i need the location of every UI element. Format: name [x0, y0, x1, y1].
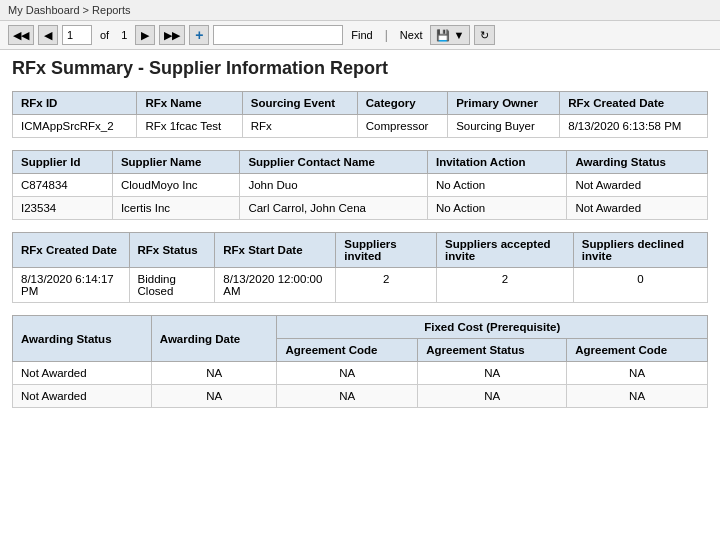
rfx-status-cell: Bidding Closed: [129, 268, 215, 303]
rfx-status-row: 8/13/2020 6:14:17 PM Bidding Closed 8/13…: [13, 268, 708, 303]
add-button[interactable]: +: [189, 25, 209, 45]
col-rfx-name: RFx Name: [137, 92, 242, 115]
awarding-row: Not Awarded NA NA NA NA: [13, 385, 708, 408]
rfx-created-date2-cell: 8/13/2020 6:14:17 PM: [13, 268, 130, 303]
page-of-label: of: [100, 29, 109, 41]
col-awarding-status2: Awarding Status: [13, 316, 152, 362]
col-rfx-start-date: RFx Start Date: [215, 233, 336, 268]
toolbar: ◀◀ ◀ of 1 ▶ ▶▶ + Find | Next 💾 ▼ ↻: [0, 21, 720, 50]
col-agreement-code1: Agreement Code: [277, 339, 418, 362]
export-button[interactable]: 💾 ▼: [430, 25, 470, 45]
primary-owner-cell: Sourcing Buyer: [448, 115, 560, 138]
awarding-date-cell-a2: NA: [151, 385, 277, 408]
search-input[interactable]: [213, 25, 343, 45]
supplier-table: Supplier Id Supplier Name Supplier Conta…: [12, 150, 708, 220]
page-content: RFx Summary - Supplier Information Repor…: [0, 50, 720, 428]
page-title: RFx Summary - Supplier Information Repor…: [12, 58, 708, 79]
awarding-row: Not Awarded NA NA NA NA: [13, 362, 708, 385]
agreement-code1-cell-a2: NA: [277, 385, 418, 408]
col-suppliers-declined: Suppliers declined invite: [573, 233, 707, 268]
awarding-date-cell-a1: NA: [151, 362, 277, 385]
sourcing-event-cell: RFx: [242, 115, 357, 138]
col-awarding-status: Awarding Status: [567, 151, 708, 174]
col-category: Category: [357, 92, 447, 115]
contact-name-cell-2: Carl Carrol, John Cena: [240, 197, 428, 220]
suppliers-declined-cell: 0: [573, 268, 707, 303]
next-label: Next: [400, 29, 423, 41]
supplier-name-cell-1: CloudMoyo Inc: [112, 174, 239, 197]
first-page-button[interactable]: ◀◀: [8, 25, 34, 45]
awarding-status-cell-a2: Not Awarded: [13, 385, 152, 408]
col-agreement-status: Agreement Status: [418, 339, 567, 362]
rfx-start-date-cell: 8/13/2020 12:00:00 AM: [215, 268, 336, 303]
rfx-info-row: ICMAppSrcRFx_2 RFx 1fcac Test RFx Compre…: [13, 115, 708, 138]
category-cell: Compressor: [357, 115, 447, 138]
invitation-action-cell-1: No Action: [427, 174, 566, 197]
breadcrumb: My Dashboard > Reports: [0, 0, 720, 21]
rfx-status-table: RFx Created Date RFx Status RFx Start Da…: [12, 232, 708, 303]
contact-name-cell-1: John Duo: [240, 174, 428, 197]
page-total: 1: [121, 29, 127, 41]
last-page-button[interactable]: ▶▶: [159, 25, 185, 45]
separator: |: [385, 28, 388, 42]
supplier-row: C874834 CloudMoyo Inc John Duo No Action…: [13, 174, 708, 197]
col-awarding-date: Awarding Date: [151, 316, 277, 362]
awarding-status-cell-a1: Not Awarded: [13, 362, 152, 385]
col-rfx-id: RFx ID: [13, 92, 137, 115]
supplier-row: I23534 Icertis Inc Carl Carrol, John Cen…: [13, 197, 708, 220]
col-supplier-id: Supplier Id: [13, 151, 113, 174]
supplier-id-cell-1: C874834: [13, 174, 113, 197]
col-supplier-name: Supplier Name: [112, 151, 239, 174]
col-contact-name: Supplier Contact Name: [240, 151, 428, 174]
next-page-button[interactable]: ▶: [135, 25, 155, 45]
col-agreement-code2: Agreement Code: [567, 339, 708, 362]
col-suppliers-accepted: Suppliers accepted invite: [437, 233, 574, 268]
col-invitation-action: Invitation Action: [427, 151, 566, 174]
agreement-status-cell-a1: NA: [418, 362, 567, 385]
col-primary-owner: Primary Owner: [448, 92, 560, 115]
prev-page-button[interactable]: ◀: [38, 25, 58, 45]
agreement-status-cell-a2: NA: [418, 385, 567, 408]
col-rfx-created-date2: RFx Created Date: [13, 233, 130, 268]
col-sourcing-event: Sourcing Event: [242, 92, 357, 115]
suppliers-accepted-cell: 2: [437, 268, 574, 303]
col-rfx-created-date: RFx Created Date: [560, 92, 708, 115]
awarding-status-cell-1: Not Awarded: [567, 174, 708, 197]
agreement-code2-cell-a2: NA: [567, 385, 708, 408]
col-fixed-cost-header: Fixed Cost (Prerequisite): [277, 316, 708, 339]
page-number-input[interactable]: [62, 25, 92, 45]
col-suppliers-invited: Suppliers invited: [336, 233, 437, 268]
awarding-status-cell-2: Not Awarded: [567, 197, 708, 220]
supplier-id-cell-2: I23534: [13, 197, 113, 220]
agreement-code1-cell-a1: NA: [277, 362, 418, 385]
rfx-created-date-cell: 8/13/2020 6:13:58 PM: [560, 115, 708, 138]
supplier-name-cell-2: Icertis Inc: [112, 197, 239, 220]
awarding-table: Awarding Status Awarding Date Fixed Cost…: [12, 315, 708, 408]
rfx-info-table: RFx ID RFx Name Sourcing Event Category …: [12, 91, 708, 138]
rfx-id-cell: ICMAppSrcRFx_2: [13, 115, 137, 138]
suppliers-invited-cell: 2: [336, 268, 437, 303]
col-rfx-status: RFx Status: [129, 233, 215, 268]
refresh-button[interactable]: ↻: [474, 25, 495, 45]
rfx-name-cell: RFx 1fcac Test: [137, 115, 242, 138]
agreement-code2-cell-a1: NA: [567, 362, 708, 385]
find-label: Find: [351, 29, 372, 41]
invitation-action-cell-2: No Action: [427, 197, 566, 220]
